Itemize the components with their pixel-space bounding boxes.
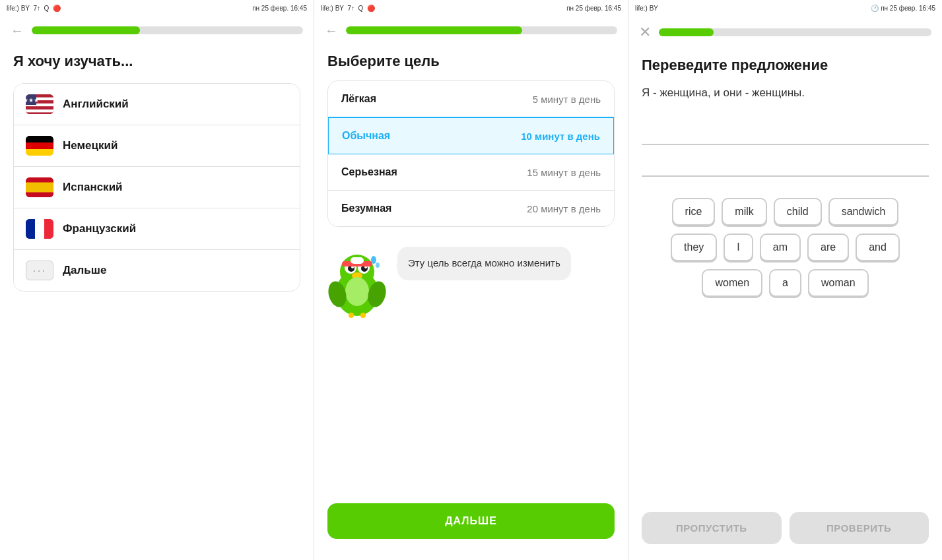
language-name-english: Английский [63,98,129,111]
word-chip-women[interactable]: women [702,269,762,297]
svg-text:★★★: ★★★ [26,97,39,104]
answer-area [642,121,929,185]
status-bar: life:) BY 7↑ Q 🔴 пн 25 февр. 16:45 life:… [0,0,942,16]
status-segment-2: life:) BY 7↑ Q 🔴 пн 25 февр. 16:45 [314,0,628,16]
svg-rect-30 [360,313,366,318]
duolingo-bird-svg [327,247,387,319]
word-chip-milk[interactable]: milk [722,198,766,226]
word-chip-they[interactable]: they [671,233,717,261]
screens-container: ← Я хочу изучать... [0,16,942,560]
word-chip-and[interactable]: and [856,233,900,261]
progress-fill-3 [659,28,714,36]
goal-time-crazy: 20 минут в день [527,203,601,214]
word-chip-i[interactable]: I [723,233,753,261]
screen2-content: Выберите цель Лёгкая 5 минут в день Обыч… [314,42,628,560]
screen-goal-select: ← Выберите цель Лёгкая 5 минут в день Об… [314,16,628,560]
progress-bar-1 [32,26,303,34]
svg-rect-14 [26,219,35,239]
language-name-spanish: Испанский [63,181,123,194]
time-1: пн 25 февр. 16:45 [252,5,307,12]
screen1-top-bar: ← [0,16,314,42]
goal-item-serious[interactable]: Серьезная 15 минут в день [328,154,614,191]
carrier-1: life:) BY 7↑ Q 🔴 [7,5,61,12]
svg-rect-10 [26,142,53,149]
word-row-2: they I am are and [642,233,929,261]
check-button[interactable]: ПРОВЕРИТЬ [790,512,929,544]
svg-point-26 [345,277,369,306]
goal-name-easy: Лёгкая [341,93,376,105]
flag-fr [26,219,53,239]
mascot-speech-text: Эту цель всегда можно изменить [408,257,560,268]
word-chip-child[interactable]: child [774,198,822,226]
svg-rect-4 [26,106,53,109]
word-chip-rice[interactable]: rice [672,198,716,226]
speech-bubble: Эту цель всегда можно изменить [397,247,571,280]
next-button[interactable]: ДАЛЬШЕ [327,503,615,539]
word-chip-woman[interactable]: woman [808,269,869,297]
word-chip-sandwich[interactable]: sandwich [828,198,899,226]
mascot-image [327,247,387,322]
close-button[interactable]: ✕ [639,24,651,41]
language-item-german[interactable]: Немецкий [14,125,300,167]
svg-rect-16 [44,219,53,239]
svg-rect-32 [351,257,364,264]
goal-item-easy[interactable]: Лёгкая 5 минут в день [328,81,614,117]
svg-rect-9 [26,136,53,142]
flag-es [26,177,53,197]
carrier-3: life:) BY [635,5,658,12]
word-chip-am[interactable]: am [760,233,801,261]
bottom-buttons: ПРОПУСТИТЬ ПРОВЕРИТЬ [642,504,929,549]
screen2-top-bar: ← [314,16,628,42]
mascot-section: Эту цель всегда можно изменить [327,240,615,503]
svg-rect-6 [26,113,53,114]
flag-de [26,136,53,156]
word-chip-a[interactable]: a [769,269,801,297]
language-list: ★★★ Английский Немецкий [13,83,300,292]
status-segment-1: life:) BY 7↑ Q 🔴 пн 25 февр. 16:45 [0,0,314,16]
sentence-russian: Я - женщина, и они - женщины. [642,84,929,102]
screen3-top-bar: ✕ [628,16,942,46]
svg-rect-29 [349,313,354,318]
answer-line-1 [642,121,929,145]
time-2: пн 25 февр. 16:45 [566,5,621,12]
language-item-english[interactable]: ★★★ Английский [14,84,300,125]
progress-fill-2 [346,26,522,34]
svg-rect-13 [26,183,53,193]
goal-time-normal: 10 минут в день [521,131,600,142]
skip-button[interactable]: ПРОПУСТИТЬ [642,512,782,544]
answer-line-2 [642,153,929,177]
language-item-french[interactable]: Французский [14,208,300,250]
svg-point-33 [371,256,376,264]
word-bank: rice milk child sandwich they I am are a… [642,198,929,498]
svg-rect-5 [26,109,53,113]
goal-item-normal[interactable]: Обычная 10 минут в день [327,117,615,155]
language-item-more[interactable]: ··· Дальше [14,250,300,291]
time-3: 🕐 пн 25 февр. 16:45 [871,5,935,12]
screen1-title: Я хочу изучать... [13,53,300,70]
svg-rect-15 [35,219,44,239]
screen1-content: Я хочу изучать... ★★★ [0,42,314,560]
goal-name-crazy: Безумная [341,202,391,214]
goal-item-crazy[interactable]: Безумная 20 минут в день [328,191,614,226]
word-chip-are[interactable]: are [807,233,849,261]
back-button-1[interactable]: ← [11,24,24,37]
back-button-2[interactable]: ← [325,24,338,37]
flag-more: ··· [26,261,53,280]
language-name-german: Немецкий [63,139,118,152]
screen-language-select: ← Я хочу изучать... [0,16,314,560]
goal-time-easy: 5 минут в день [533,94,601,105]
screen3-title: Переведите предложение [642,57,929,74]
svg-rect-11 [26,149,53,156]
language-item-spanish[interactable]: Испанский [14,167,300,208]
goal-time-serious: 15 минут в день [527,167,601,178]
svg-point-34 [376,263,380,268]
status-segment-3: life:) BY 🕐 пн 25 февр. 16:45 [628,0,942,16]
word-row-1: rice milk child sandwich [642,198,929,226]
language-name-more: Дальше [63,264,106,277]
language-name-french: Французский [63,222,136,235]
progress-fill-1 [32,26,140,34]
progress-bar-2 [346,26,617,34]
screen2-title: Выберите цель [327,53,615,70]
goal-list: Лёгкая 5 минут в день Обычная 10 минут в… [327,80,615,227]
goal-name-serious: Серьезная [341,166,397,178]
